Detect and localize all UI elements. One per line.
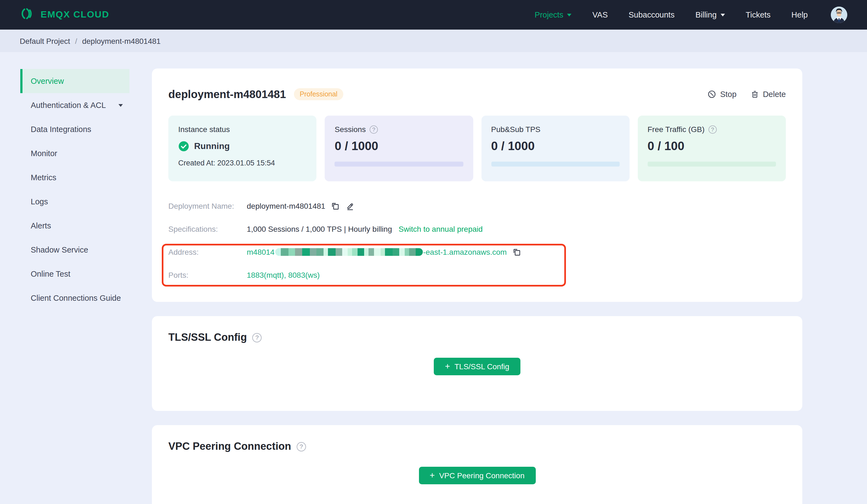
pubsub-tps-value: 0 / 1000: [491, 139, 620, 153]
emqx-cloud-app: EMQX CLOUD Projects VAS Subaccounts Bill…: [0, 0, 867, 504]
chevron-down-icon: [567, 14, 572, 17]
free-traffic-label: Free Traffic (GB): [647, 125, 705, 134]
sidebar-item-data-integrations[interactable]: Data Integrations: [20, 117, 129, 141]
pubsub-tps-card: Pub&Sub TPS 0 / 1000: [481, 116, 630, 181]
nav-item-subaccounts[interactable]: Subaccounts: [629, 10, 675, 19]
edit-pencil-icon: [345, 201, 355, 211]
address-label: Address:: [168, 248, 247, 256]
sidebar-item-online-test[interactable]: Online Test: [20, 262, 129, 286]
ports-value: 1883(mqtt), 8083(ws): [247, 271, 320, 280]
sessions-value: 0 / 1000: [335, 139, 463, 153]
address-prefix: m48014: [247, 248, 275, 256]
content: Overview Authentication & ACL Data Integ…: [0, 52, 867, 504]
copy-icon: [512, 247, 522, 257]
deployment-actions: Stop Delete: [707, 90, 786, 99]
user-avatar[interactable]: [831, 7, 847, 23]
plus-icon: +: [430, 470, 435, 480]
deployment-name-value: deployment-m4801481: [247, 201, 325, 210]
help-icon[interactable]: ?: [252, 333, 261, 342]
instance-status-value: Running: [178, 141, 307, 152]
delete-button[interactable]: Delete: [751, 90, 786, 99]
tls-ssl-card: TLS/SSL Config ? + TLS/SSL Config: [152, 316, 802, 411]
ports-row: Ports: 1883(mqtt), 8083(ws): [168, 263, 786, 286]
sessions-progress-bar: [335, 162, 463, 166]
sidebar-item-logs[interactable]: Logs: [20, 189, 129, 213]
instance-status-card: Instance status Running Created At: 2023…: [168, 116, 317, 181]
help-icon[interactable]: ?: [708, 125, 716, 133]
nav-menu: Projects VAS Subaccounts Billing Tickets…: [535, 7, 847, 23]
breadcrumb-project[interactable]: Default Project: [20, 36, 70, 45]
add-vpc-peering-button[interactable]: + VPC Peering Connection: [419, 467, 535, 484]
deployment-name-row: Deployment Name: deployment-m4801481: [168, 195, 786, 218]
main-panel: deployment-m4801481 Professional Stop: [152, 52, 802, 504]
copy-button[interactable]: [331, 201, 340, 211]
brand[interactable]: EMQX CLOUD: [20, 7, 109, 22]
created-at: Created At: 2023.01.05 15:54: [178, 159, 307, 167]
instance-status-label: Instance status: [178, 125, 230, 134]
nav-item-help[interactable]: Help: [791, 10, 808, 19]
breadcrumb-current: deployment-m4801481: [82, 36, 160, 45]
stat-cards: Instance status Running Created At: 2023…: [168, 116, 786, 181]
copy-address-button[interactable]: [512, 247, 522, 257]
sidebar-item-overview[interactable]: Overview: [20, 69, 129, 93]
sidebar-item-metrics[interactable]: Metrics: [20, 165, 129, 189]
nav-item-projects[interactable]: Projects: [535, 10, 572, 19]
chevron-down-icon: [118, 104, 123, 107]
specifications-label: Specifications:: [168, 224, 247, 233]
edit-button[interactable]: [345, 201, 355, 211]
copy-icon: [331, 201, 340, 211]
help-icon[interactable]: ?: [370, 125, 378, 133]
sessions-card: Sessions ? 0 / 1000: [325, 116, 473, 181]
stop-button[interactable]: Stop: [707, 90, 737, 99]
vpc-peering-title: VPC Peering Connection: [168, 440, 291, 452]
free-traffic-value: 0 / 100: [647, 139, 776, 153]
nav-item-billing[interactable]: Billing: [695, 10, 725, 19]
check-circle-icon: [178, 141, 189, 152]
emqx-logo-icon: [20, 7, 34, 22]
free-traffic-card: Free Traffic (GB) ? 0 / 100: [638, 116, 786, 181]
address-suffix: -east-1.amazonaws.com: [423, 248, 507, 256]
stop-icon: [707, 90, 716, 99]
deployment-overview-card: deployment-m4801481 Professional Stop: [152, 68, 802, 302]
trash-icon: [751, 90, 759, 99]
tls-ssl-title: TLS/SSL Config: [168, 331, 247, 343]
address-redaction: [275, 248, 422, 256]
specifications-row: Specifications: 1,000 Sessions / 1,000 T…: [168, 218, 786, 241]
deployment-title-row: deployment-m4801481 Professional Stop: [168, 84, 786, 105]
ports-label: Ports:: [168, 271, 247, 280]
nav-item-vas[interactable]: VAS: [592, 10, 608, 19]
pubsub-tps-progress-bar: [491, 162, 620, 166]
sidebar: Overview Authentication & ACL Data Integ…: [0, 52, 152, 310]
deployment-title: deployment-m4801481: [168, 88, 286, 100]
sidebar-item-monitor[interactable]: Monitor: [20, 141, 129, 165]
brand-name: EMQX CLOUD: [41, 9, 109, 20]
vpc-peering-card: VPC Peering Connection ? + VPC Peering C…: [152, 425, 802, 504]
sessions-label: Sessions: [335, 125, 366, 134]
sidebar-item-alerts[interactable]: Alerts: [20, 213, 129, 238]
top-navbar: EMQX CLOUD Projects VAS Subaccounts Bill…: [0, 0, 867, 30]
plan-badge: Professional: [294, 88, 344, 100]
add-tls-ssl-config-button[interactable]: + TLS/SSL Config: [434, 358, 520, 375]
switch-annual-prepaid-link[interactable]: Switch to annual prepaid: [399, 224, 483, 233]
specifications-value: 1,000 Sessions / 1,000 TPS | Hourly bill…: [247, 224, 392, 233]
pubsub-tps-label: Pub&Sub TPS: [491, 125, 540, 134]
sidebar-item-authentication-acl[interactable]: Authentication & ACL: [20, 93, 129, 117]
breadcrumb-separator: /: [75, 36, 77, 45]
nav-item-tickets[interactable]: Tickets: [746, 10, 771, 19]
plus-icon: +: [445, 361, 450, 371]
free-traffic-progress-bar: [647, 162, 776, 166]
chevron-down-icon: [720, 14, 725, 17]
sidebar-item-shadow-service[interactable]: Shadow Service: [20, 238, 129, 262]
address-row: Address: m48014 -east-1.amazonaws.com: [168, 241, 786, 263]
deployment-name-label: Deployment Name:: [168, 201, 247, 210]
deployment-info-rows: Deployment Name: deployment-m4801481: [168, 195, 786, 286]
breadcrumb: Default Project / deployment-m4801481: [0, 30, 867, 52]
help-icon[interactable]: ?: [297, 442, 306, 451]
sidebar-item-client-connections-guide[interactable]: Client Connections Guide: [20, 286, 129, 310]
